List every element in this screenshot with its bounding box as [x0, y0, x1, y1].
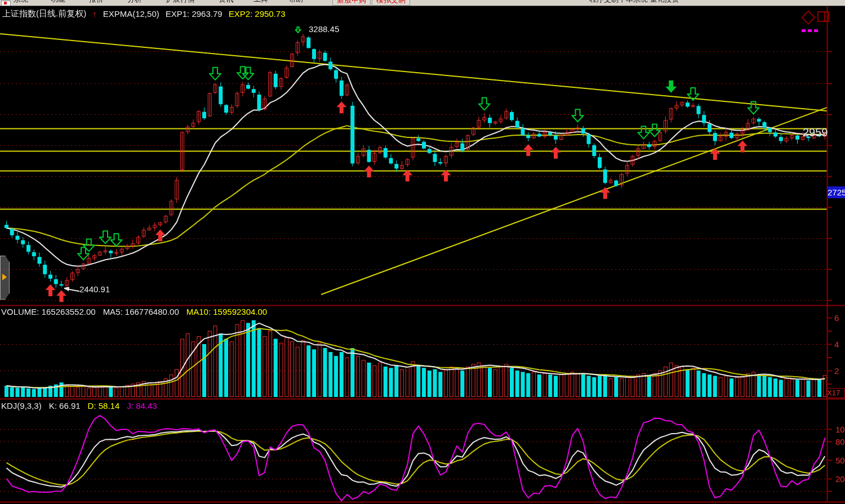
- menu-bar: 系统 功能 报价 分析 扩展行情 资讯 工具 帮助 新股申购 模拟交易 程序交易…: [0, 0, 845, 6]
- low-price-label: 2440.91: [79, 284, 110, 294]
- symbol-title: 上证指数(日线.前复权): [2, 8, 86, 19]
- kdj-k-value: K: 66.91: [49, 401, 81, 411]
- app-window: 系统 功能 报价 分析 扩展行情 资讯 工具 帮助 新股申购 模拟交易 程序交易…: [0, 0, 845, 504]
- volume-axis-2: 2: [834, 366, 839, 376]
- magenta-dashes-marker: [802, 29, 818, 32]
- volume-ma10: MA10: 159592304.00: [186, 307, 267, 316]
- main-chart-header: 上证指数(日线.前复权) ↑ EXPMA(12,50) EXP1: 2963.7…: [2, 8, 286, 19]
- menu-right-text: 程序交易下单系统 量化投资: [589, 0, 679, 5]
- volume-axis-6: 6: [834, 313, 839, 323]
- kdj-pane-area[interactable]: [0, 399, 845, 502]
- main-chart-area[interactable]: [0, 6, 845, 305]
- kdj-j-value: J: 84.43: [127, 401, 157, 411]
- side-panel-expander[interactable]: [0, 256, 10, 300]
- volume-unit-label: X17万: [826, 388, 845, 398]
- menu-item-quotes[interactable]: 报价: [89, 0, 104, 5]
- kdj-axis-100: 100: [835, 425, 844, 434]
- indicator-label: EXPMA(12,50): [103, 9, 159, 19]
- volume-header: VOLUME: 165263552.00 MA5: 166776480.00 M…: [1, 307, 267, 316]
- kdj-axis-80: 80: [835, 437, 844, 447]
- kdj-header: KDJ(9,3,3) K: 66.91 D: 58.14 J: 84.43: [1, 401, 157, 411]
- expand-arrow-icon: [2, 274, 7, 280]
- volume-axis-4: 4: [834, 340, 839, 349]
- app-icon: [1, 1, 11, 6]
- menu-item-tools[interactable]: 工具: [254, 0, 268, 5]
- hot-button-2[interactable]: 模拟交易: [372, 0, 410, 6]
- up-arrow-icon: ↑: [92, 9, 97, 19]
- kdj-axis-20: 20: [835, 474, 844, 484]
- menu-item-function[interactable]: 功能: [51, 0, 65, 5]
- volume-ma5: MA5: 166776480.00: [103, 307, 179, 316]
- kdj-title: KDJ(9,3,3): [1, 401, 42, 411]
- menu-item-extended[interactable]: 扩展行情: [166, 0, 195, 5]
- menu-item-help[interactable]: 帮助: [288, 0, 303, 5]
- kdj-d-value: D: 58.14: [88, 401, 120, 411]
- axis-price-badge: 2725: [827, 186, 845, 198]
- last-price-label: 2959: [803, 126, 828, 139]
- menu-item-system[interactable]: 系统: [14, 0, 28, 5]
- menu-item-analysis[interactable]: 分析: [127, 0, 142, 5]
- window-panes-icon[interactable]: [817, 11, 829, 22]
- exp1-value: EXP1: 2963.79: [166, 9, 223, 19]
- hot-button-1[interactable]: 新股申购: [332, 0, 371, 6]
- menu-item-news[interactable]: 资讯: [219, 0, 233, 5]
- exp2-value: EXP2: 2950.73: [229, 9, 286, 19]
- kdj-axis-50: 50: [835, 456, 844, 465]
- volume-value: VOLUME: 165263552.00: [1, 307, 96, 316]
- peak-price-label: 3288.45: [309, 24, 339, 34]
- volume-pane-area[interactable]: [0, 306, 845, 399]
